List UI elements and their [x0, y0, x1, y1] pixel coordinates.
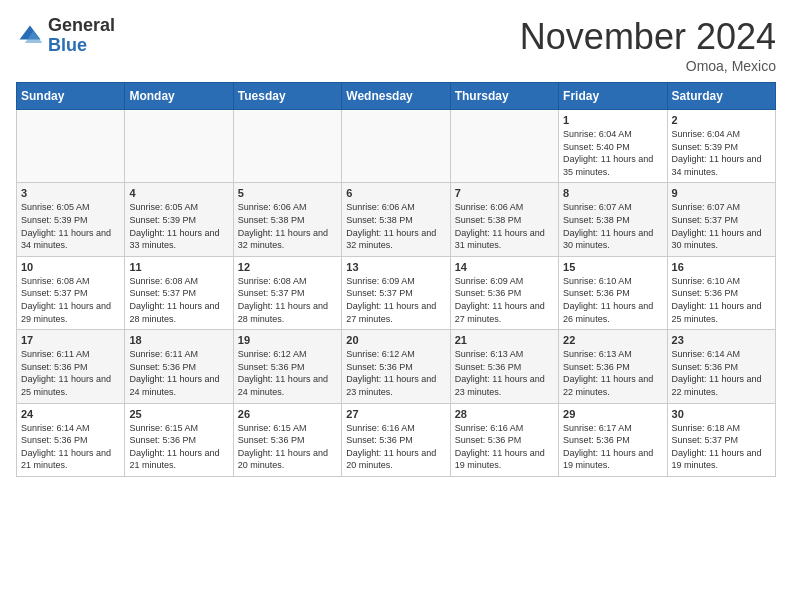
day-number: 9	[672, 187, 771, 199]
day-info-text: Sunrise: 6:07 AM	[563, 201, 662, 214]
day-info-text: Daylight: 11 hours and 30 minutes.	[672, 227, 771, 252]
day-number: 12	[238, 261, 337, 273]
day-info-text: Daylight: 11 hours and 26 minutes.	[563, 300, 662, 325]
day-info-text: Sunrise: 6:13 AM	[563, 348, 662, 361]
logo: General Blue	[16, 16, 115, 56]
day-info-text: Sunrise: 6:17 AM	[563, 422, 662, 435]
weekday-header-friday: Friday	[559, 83, 667, 110]
page-header: General Blue November 2024 Omoa, Mexico	[16, 16, 776, 74]
calendar-cell: 17Sunrise: 6:11 AMSunset: 5:36 PMDayligh…	[17, 330, 125, 403]
calendar-cell: 29Sunrise: 6:17 AMSunset: 5:36 PMDayligh…	[559, 403, 667, 476]
day-info-text: Sunset: 5:39 PM	[672, 141, 771, 154]
day-info-text: Sunset: 5:36 PM	[346, 434, 445, 447]
day-info-text: Sunrise: 6:11 AM	[21, 348, 120, 361]
calendar-cell: 13Sunrise: 6:09 AMSunset: 5:37 PMDayligh…	[342, 256, 450, 329]
day-info-text: Daylight: 11 hours and 25 minutes.	[672, 300, 771, 325]
day-info-text: Sunrise: 6:05 AM	[129, 201, 228, 214]
day-info-text: Sunrise: 6:09 AM	[346, 275, 445, 288]
calendar-cell: 5Sunrise: 6:06 AMSunset: 5:38 PMDaylight…	[233, 183, 341, 256]
day-info-text: Sunset: 5:36 PM	[455, 434, 554, 447]
day-info-text: Sunrise: 6:06 AM	[238, 201, 337, 214]
day-number: 26	[238, 408, 337, 420]
day-info-text: Sunrise: 6:13 AM	[455, 348, 554, 361]
day-info-text: Sunset: 5:39 PM	[129, 214, 228, 227]
day-info-text: Daylight: 11 hours and 32 minutes.	[346, 227, 445, 252]
weekday-header-sunday: Sunday	[17, 83, 125, 110]
day-info-text: Sunrise: 6:16 AM	[346, 422, 445, 435]
day-info-text: Daylight: 11 hours and 23 minutes.	[346, 373, 445, 398]
day-info-text: Daylight: 11 hours and 22 minutes.	[672, 373, 771, 398]
calendar-cell: 23Sunrise: 6:14 AMSunset: 5:36 PMDayligh…	[667, 330, 775, 403]
day-info-text: Daylight: 11 hours and 19 minutes.	[672, 447, 771, 472]
day-info-text: Sunset: 5:36 PM	[672, 361, 771, 374]
logo-icon	[16, 22, 44, 50]
logo-blue-text: Blue	[48, 35, 87, 55]
calendar-cell: 4Sunrise: 6:05 AMSunset: 5:39 PMDaylight…	[125, 183, 233, 256]
calendar-table: SundayMondayTuesdayWednesdayThursdayFrid…	[16, 82, 776, 477]
day-info-text: Daylight: 11 hours and 27 minutes.	[455, 300, 554, 325]
day-info-text: Sunset: 5:36 PM	[129, 434, 228, 447]
day-info-text: Sunrise: 6:08 AM	[21, 275, 120, 288]
calendar-cell: 16Sunrise: 6:10 AMSunset: 5:36 PMDayligh…	[667, 256, 775, 329]
day-info-text: Sunrise: 6:10 AM	[563, 275, 662, 288]
day-number: 2	[672, 114, 771, 126]
day-number: 17	[21, 334, 120, 346]
calendar-cell: 3Sunrise: 6:05 AMSunset: 5:39 PMDaylight…	[17, 183, 125, 256]
day-info-text: Daylight: 11 hours and 21 minutes.	[21, 447, 120, 472]
day-info-text: Sunset: 5:38 PM	[238, 214, 337, 227]
day-info-text: Sunrise: 6:04 AM	[672, 128, 771, 141]
day-info-text: Sunrise: 6:11 AM	[129, 348, 228, 361]
day-info-text: Sunrise: 6:05 AM	[21, 201, 120, 214]
day-info-text: Sunrise: 6:14 AM	[672, 348, 771, 361]
day-info-text: Sunset: 5:36 PM	[563, 287, 662, 300]
day-info-text: Sunrise: 6:06 AM	[455, 201, 554, 214]
calendar-cell: 15Sunrise: 6:10 AMSunset: 5:36 PMDayligh…	[559, 256, 667, 329]
week-row-2: 3Sunrise: 6:05 AMSunset: 5:39 PMDaylight…	[17, 183, 776, 256]
weekday-header-thursday: Thursday	[450, 83, 558, 110]
day-info-text: Daylight: 11 hours and 21 minutes.	[129, 447, 228, 472]
day-info-text: Daylight: 11 hours and 22 minutes.	[563, 373, 662, 398]
day-info-text: Daylight: 11 hours and 19 minutes.	[563, 447, 662, 472]
day-info-text: Daylight: 11 hours and 20 minutes.	[346, 447, 445, 472]
day-info-text: Sunrise: 6:08 AM	[129, 275, 228, 288]
day-info-text: Daylight: 11 hours and 34 minutes.	[672, 153, 771, 178]
calendar-cell: 25Sunrise: 6:15 AMSunset: 5:36 PMDayligh…	[125, 403, 233, 476]
day-info-text: Sunset: 5:36 PM	[21, 434, 120, 447]
week-row-4: 17Sunrise: 6:11 AMSunset: 5:36 PMDayligh…	[17, 330, 776, 403]
day-info-text: Daylight: 11 hours and 24 minutes.	[238, 373, 337, 398]
day-info-text: Sunset: 5:36 PM	[238, 434, 337, 447]
logo-general-text: General	[48, 15, 115, 35]
day-number: 28	[455, 408, 554, 420]
day-number: 24	[21, 408, 120, 420]
calendar-cell: 18Sunrise: 6:11 AMSunset: 5:36 PMDayligh…	[125, 330, 233, 403]
day-number: 29	[563, 408, 662, 420]
day-info-text: Sunrise: 6:04 AM	[563, 128, 662, 141]
day-info-text: Sunset: 5:36 PM	[455, 361, 554, 374]
day-info-text: Daylight: 11 hours and 33 minutes.	[129, 227, 228, 252]
day-info-text: Sunset: 5:38 PM	[346, 214, 445, 227]
day-number: 20	[346, 334, 445, 346]
day-info-text: Sunset: 5:36 PM	[238, 361, 337, 374]
calendar-cell: 20Sunrise: 6:12 AMSunset: 5:36 PMDayligh…	[342, 330, 450, 403]
day-info-text: Sunset: 5:36 PM	[346, 361, 445, 374]
calendar-cell: 30Sunrise: 6:18 AMSunset: 5:37 PMDayligh…	[667, 403, 775, 476]
weekday-header-wednesday: Wednesday	[342, 83, 450, 110]
day-info-text: Sunrise: 6:08 AM	[238, 275, 337, 288]
day-info-text: Sunset: 5:38 PM	[563, 214, 662, 227]
day-info-text: Sunset: 5:38 PM	[455, 214, 554, 227]
week-row-3: 10Sunrise: 6:08 AMSunset: 5:37 PMDayligh…	[17, 256, 776, 329]
weekday-header-row: SundayMondayTuesdayWednesdayThursdayFrid…	[17, 83, 776, 110]
week-row-1: 1Sunrise: 6:04 AMSunset: 5:40 PMDaylight…	[17, 110, 776, 183]
day-number: 14	[455, 261, 554, 273]
day-info-text: Sunrise: 6:15 AM	[238, 422, 337, 435]
calendar-cell: 12Sunrise: 6:08 AMSunset: 5:37 PMDayligh…	[233, 256, 341, 329]
day-info-text: Daylight: 11 hours and 34 minutes.	[21, 227, 120, 252]
calendar-cell	[125, 110, 233, 183]
day-info-text: Sunset: 5:37 PM	[672, 434, 771, 447]
day-number: 30	[672, 408, 771, 420]
day-number: 10	[21, 261, 120, 273]
day-info-text: Daylight: 11 hours and 29 minutes.	[21, 300, 120, 325]
calendar-cell: 8Sunrise: 6:07 AMSunset: 5:38 PMDaylight…	[559, 183, 667, 256]
calendar-cell	[450, 110, 558, 183]
day-info-text: Daylight: 11 hours and 31 minutes.	[455, 227, 554, 252]
